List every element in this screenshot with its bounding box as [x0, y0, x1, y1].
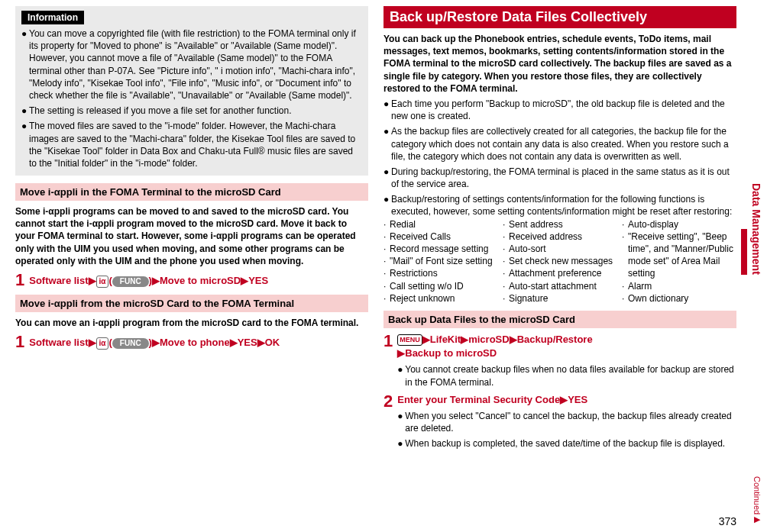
- body-bullet: ●Backup/restoring of settings contents/i…: [384, 193, 736, 218]
- info-bullet: ●The setting is released if you move a f…: [21, 105, 362, 117]
- list-item: ·Auto-start attachment: [503, 280, 617, 292]
- list-item: ·Redial: [384, 218, 498, 231]
- list-item: ·Sent address: [503, 218, 617, 231]
- step-row: 2 Enter your Terminal Security Code▶YES …: [384, 393, 736, 450]
- list-item: ·Restrictions: [384, 267, 498, 279]
- step-row: 1 MENU▶LifeKit▶microSD▶Backup/Restore ▶B…: [384, 333, 736, 389]
- step-number: 1: [15, 334, 24, 350]
- func-pill: FUNC: [112, 338, 149, 349]
- section-paragraph: Some i-αppli programs can be moved to an…: [15, 205, 368, 267]
- section-heading: Back up Data Files to the microSD Card: [384, 311, 736, 328]
- iappli-key-icon: iα: [96, 337, 109, 350]
- step-note: ●When you select "Cancel" to cancel the …: [397, 410, 736, 434]
- side-tab-label: Data Management: [750, 183, 762, 275]
- info-bullet: ●You can move a copyrighted file (with f…: [21, 27, 362, 102]
- func-pill: FUNC: [112, 276, 149, 287]
- step-instruction: Software list▶iα(FUNC)▶Move to phone▶YES…: [29, 334, 280, 350]
- continued-label: Continued▶: [752, 476, 762, 524]
- list-item: ·Set check new messages: [503, 255, 617, 267]
- side-tab-bar: [741, 229, 747, 275]
- list-item: ·Reject unknown: [384, 292, 498, 305]
- list-item: ·Record message setting: [384, 243, 498, 255]
- main-heading: Back up/Restore Data Files Collectively: [384, 6, 736, 28]
- menu-key-icon: MENU: [397, 334, 422, 346]
- section-heading: Move i-αppli from the microSD Card to th…: [15, 295, 368, 312]
- section-paragraph: You can move an i-αppli program from the…: [15, 317, 368, 329]
- step-instruction: MENU▶LifeKit▶microSD▶Backup/Restore ▶Bac…: [397, 333, 736, 360]
- step-row: 1 Software list▶iα(FUNC)▶Move to phone▶Y…: [15, 334, 368, 350]
- section-heading: Move i-αppli in the FOMA Terminal to the…: [15, 183, 368, 201]
- step-number: 1: [15, 272, 24, 289]
- list-item: ·Auto-sort: [503, 243, 617, 255]
- information-box: Information ●You can move a copyrighted …: [15, 6, 368, 176]
- list-item: ·"Receive setting", "Beep time", and "Ma…: [622, 231, 736, 280]
- step-note: ●You cannot create backup files when no …: [397, 363, 736, 388]
- body-bullet: ●During backup/restoring, the FOMA termi…: [384, 166, 736, 190]
- step-instruction: Software list▶iα(FUNC)▶Move to microSD▶Y…: [29, 272, 268, 288]
- body-bullet: ●Each time you perform "Backup to microS…: [384, 98, 736, 122]
- list-item: ·Call setting w/o ID: [384, 280, 498, 292]
- iappli-key-icon: iα: [96, 276, 109, 288]
- left-column: Information ●You can move a copyrighted …: [15, 6, 368, 454]
- list-item: ·"Mail" of Font size setting: [384, 255, 498, 267]
- step-number: 1: [384, 333, 393, 350]
- step-row: 1 Software list▶iα(FUNC)▶Move to microSD…: [15, 272, 368, 289]
- information-badge: Information: [21, 11, 84, 24]
- list-item: ·Received Calls: [384, 231, 498, 243]
- list-item: ·Auto-display: [622, 218, 736, 231]
- list-item: ·Attachment preference: [503, 267, 617, 279]
- intro-paragraph: You can back up the Phonebook entries, s…: [384, 33, 736, 95]
- list-item: ·Received address: [503, 231, 617, 243]
- list-item: ·Alarm: [622, 280, 736, 292]
- list-item: ·Signature: [503, 292, 617, 305]
- list-item: ·Own dictionary: [622, 292, 736, 305]
- step-note: ●When backup is completed, the saved dat…: [397, 437, 736, 450]
- settings-list: ·Redial ·Received Calls ·Record message …: [384, 218, 736, 305]
- page-number: 373: [719, 515, 736, 527]
- info-bullet: ●The moved files are saved to the "i-mod…: [21, 120, 362, 169]
- step-instruction: Enter your Terminal Security Code▶YES: [397, 393, 736, 407]
- body-bullet: ●As the backup files are collectively cr…: [384, 125, 736, 163]
- step-number: 2: [384, 393, 393, 410]
- right-column: Back up/Restore Data Files Collectively …: [384, 6, 736, 454]
